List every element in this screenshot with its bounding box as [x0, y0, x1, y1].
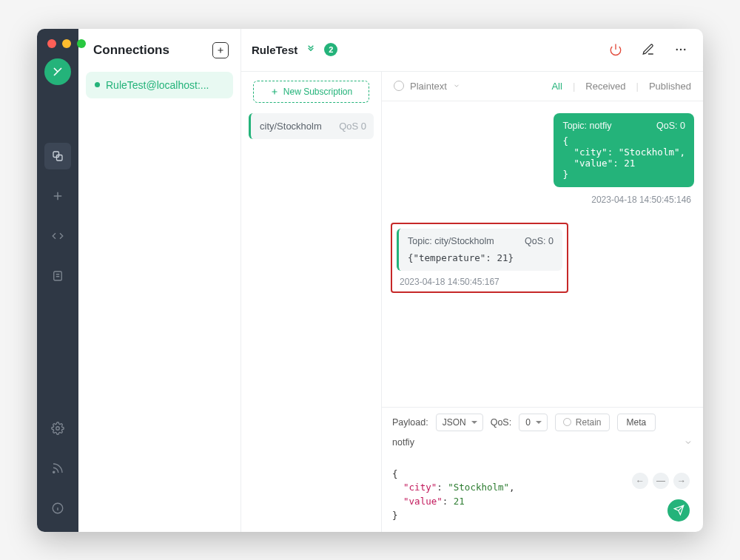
- svg-point-8: [684, 49, 685, 50]
- tab-all[interactable]: All: [551, 81, 562, 92]
- new-subscription-button[interactable]: New Subscription: [253, 81, 369, 103]
- close-window-button[interactable]: [47, 39, 56, 48]
- history-next-button[interactable]: →: [673, 473, 690, 489]
- connections-title: Connections: [93, 43, 169, 58]
- send-button[interactable]: [667, 499, 690, 522]
- svg-point-6: [676, 49, 678, 50]
- out-qos: QoS: 0: [656, 121, 685, 131]
- edit-button[interactable]: [638, 43, 659, 56]
- message-filter-bar: Plaintext All | Received | Published: [382, 72, 703, 101]
- chevron-down-icon: [453, 82, 460, 90]
- feed-nav-icon[interactable]: [44, 455, 71, 482]
- svg-point-4: [53, 471, 55, 473]
- payload-format-select[interactable]: JSON: [436, 414, 483, 431]
- in-timestamp: 2023-04-18 14:50:45:167: [397, 277, 562, 287]
- chevron-down-icon[interactable]: [684, 438, 693, 447]
- fullscreen-window-button[interactable]: [77, 39, 86, 48]
- connection-item[interactable]: RuleTest@localhost:...: [86, 72, 233, 98]
- expand-icon[interactable]: [305, 44, 317, 55]
- format-indicator-icon: [394, 81, 404, 91]
- subscription-item[interactable]: city/Stockholm QoS 0: [249, 113, 374, 139]
- log-nav-icon[interactable]: [44, 263, 71, 289]
- svg-point-7: [680, 49, 682, 50]
- composer-topic[interactable]: notfiy: [392, 437, 414, 448]
- app-window: Connections RuleTest@localhost:... RuleT…: [37, 29, 703, 532]
- history-prev-button[interactable]: ←: [632, 473, 648, 489]
- connections-panel: Connections RuleTest@localhost:...: [78, 29, 241, 532]
- svg-point-3: [56, 426, 60, 430]
- info-nav-icon[interactable]: [44, 495, 71, 522]
- format-label[interactable]: Plaintext: [410, 81, 447, 92]
- subscriptions-panel: New Subscription city/Stockholm QoS 0: [241, 72, 382, 532]
- settings-nav-icon[interactable]: [44, 415, 71, 442]
- minimize-window-button[interactable]: [62, 39, 71, 48]
- meta-button[interactable]: Meta: [617, 414, 656, 431]
- tab-published[interactable]: Published: [649, 81, 691, 92]
- qos-label: QoS:: [491, 417, 512, 428]
- in-topic: Topic: city/Stockholm: [408, 236, 494, 246]
- connection-title: RuleTest: [252, 44, 297, 56]
- app-logo: [44, 58, 71, 85]
- main-area: RuleTest 2: [241, 29, 703, 532]
- add-nav-icon[interactable]: [44, 183, 71, 209]
- in-qos: QoS: 0: [525, 236, 554, 246]
- out-timestamp: 2023-04-18 14:50:45:146: [591, 195, 691, 205]
- connection-name: RuleTest@localhost:...: [106, 79, 209, 91]
- connection-header: RuleTest 2: [241, 29, 703, 72]
- message-list: Topic: notfiy QoS: 0 { "city": "Stockhol…: [382, 101, 703, 407]
- svg-rect-1: [57, 155, 63, 161]
- unread-badge: 2: [324, 43, 337, 56]
- subscription-qos: QoS 0: [339, 121, 366, 132]
- status-dot-icon: [95, 82, 100, 87]
- code-nav-icon[interactable]: [44, 223, 71, 249]
- payload-label: Payload:: [392, 417, 428, 428]
- disconnect-button[interactable]: [605, 43, 626, 56]
- more-button[interactable]: [670, 43, 691, 56]
- nav-sidebar: [37, 29, 78, 532]
- subscription-topic: city/Stockholm: [260, 121, 322, 132]
- window-controls: [47, 39, 86, 48]
- received-message: Topic: city/Stockholm QoS: 0 {"temperatu…: [397, 229, 562, 271]
- history-nav: ← — →: [632, 473, 690, 489]
- messages-panel: Plaintext All | Received | Published: [382, 72, 703, 532]
- retain-toggle[interactable]: Retain: [555, 414, 610, 431]
- composer: Payload: JSON QoS: 0 Retain Meta notfiy: [382, 407, 703, 532]
- in-body: {"temperature": 21}: [408, 252, 554, 263]
- out-topic: Topic: notfiy: [562, 121, 611, 131]
- add-connection-button[interactable]: [212, 42, 229, 58]
- history-mid-button[interactable]: —: [653, 473, 669, 489]
- connections-header: Connections: [78, 29, 240, 72]
- highlighted-received-message: Topic: city/Stockholm QoS: 0 {"temperatu…: [391, 223, 568, 293]
- connections-nav-icon[interactable]: [44, 143, 71, 169]
- qos-select[interactable]: 0: [519, 414, 548, 431]
- svg-rect-2: [54, 271, 62, 280]
- svg-rect-0: [53, 152, 59, 158]
- tab-received[interactable]: Received: [585, 81, 625, 92]
- retain-label: Retain: [576, 417, 602, 428]
- published-message: Topic: notfiy QoS: 0 { "city": "Stockhol…: [554, 113, 694, 187]
- radio-icon: [563, 418, 571, 426]
- new-subscription-label: New Subscription: [283, 87, 352, 97]
- out-body: { "city": "Stockholm", "value": 21 }: [562, 135, 685, 180]
